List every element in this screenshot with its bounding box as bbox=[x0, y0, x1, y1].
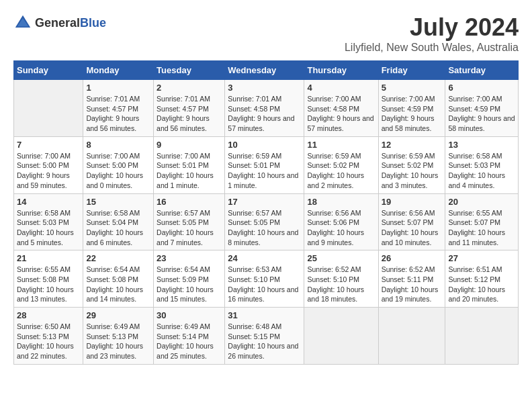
day-number: 29 bbox=[86, 310, 150, 320]
day-info: Sunrise: 6:52 AMSunset: 5:10 PMDaylight:… bbox=[307, 265, 375, 304]
calendar-cell: 6Sunrise: 7:00 AMSunset: 4:59 PMDaylight… bbox=[445, 80, 519, 137]
day-info: Sunrise: 6:56 AMSunset: 5:07 PMDaylight:… bbox=[382, 208, 443, 248]
calendar-cell: 31Sunrise: 6:48 AMSunset: 5:15 PMDayligh… bbox=[225, 308, 304, 365]
calendar-cell: 28Sunrise: 6:50 AMSunset: 5:13 PMDayligh… bbox=[14, 308, 83, 365]
day-info: Sunrise: 6:54 AMSunset: 5:08 PMDaylight:… bbox=[86, 265, 150, 304]
day-number: 31 bbox=[228, 310, 301, 320]
day-info: Sunrise: 6:52 AMSunset: 5:11 PMDaylight:… bbox=[382, 265, 443, 304]
calendar-cell: 5Sunrise: 7:00 AMSunset: 4:59 PMDaylight… bbox=[378, 80, 445, 137]
day-number: 12 bbox=[382, 140, 443, 150]
day-info: Sunrise: 7:00 AMSunset: 5:01 PMDaylight:… bbox=[157, 151, 222, 191]
day-info: Sunrise: 6:50 AMSunset: 5:13 PMDaylight:… bbox=[17, 322, 80, 361]
logo-text-general: General bbox=[35, 16, 80, 30]
calendar-cell: 8Sunrise: 7:00 AMSunset: 5:00 PMDaylight… bbox=[83, 136, 154, 193]
calendar-cell: 3Sunrise: 7:01 AMSunset: 4:58 PMDaylight… bbox=[225, 80, 304, 137]
calendar-cell: 30Sunrise: 6:49 AMSunset: 5:14 PMDayligh… bbox=[154, 308, 225, 365]
calendar-cell: 22Sunrise: 6:54 AMSunset: 5:08 PMDayligh… bbox=[83, 250, 154, 308]
day-info: Sunrise: 6:48 AMSunset: 5:15 PMDaylight:… bbox=[228, 322, 301, 361]
day-info: Sunrise: 6:57 AMSunset: 5:05 PMDaylight:… bbox=[228, 208, 301, 248]
calendar-cell: 2Sunrise: 7:01 AMSunset: 4:57 PMDaylight… bbox=[154, 80, 225, 137]
day-number: 27 bbox=[448, 253, 515, 263]
calendar-cell: 4Sunrise: 7:00 AMSunset: 4:58 PMDaylight… bbox=[304, 80, 378, 137]
calendar-cell: 15Sunrise: 6:58 AMSunset: 5:04 PMDayligh… bbox=[83, 193, 154, 250]
day-number: 7 bbox=[17, 140, 80, 150]
day-info: Sunrise: 6:51 AMSunset: 5:12 PMDaylight:… bbox=[448, 265, 515, 304]
day-number: 9 bbox=[157, 140, 222, 150]
day-number: 14 bbox=[17, 197, 80, 207]
calendar-cell: 7Sunrise: 7:00 AMSunset: 5:00 PMDaylight… bbox=[14, 136, 83, 193]
title-section: July 2024 Lilyfield, New South Wales, Au… bbox=[345, 13, 519, 54]
header-saturday: Saturday bbox=[445, 61, 519, 80]
logo-text-blue: Blue bbox=[80, 16, 106, 30]
calendar-cell bbox=[304, 308, 378, 365]
day-number: 11 bbox=[307, 140, 375, 150]
day-number: 23 bbox=[157, 253, 222, 263]
day-number: 21 bbox=[17, 253, 80, 263]
calendar-week-row: 21Sunrise: 6:55 AMSunset: 5:08 PMDayligh… bbox=[14, 250, 519, 308]
day-info: Sunrise: 6:55 AMSunset: 5:07 PMDaylight:… bbox=[448, 208, 515, 248]
calendar-cell: 14Sunrise: 6:58 AMSunset: 5:03 PMDayligh… bbox=[14, 193, 83, 250]
day-info: Sunrise: 6:56 AMSunset: 5:06 PMDaylight:… bbox=[307, 208, 375, 248]
logo: General Blue bbox=[13, 13, 106, 32]
day-number: 2 bbox=[157, 83, 222, 93]
day-info: Sunrise: 6:58 AMSunset: 5:03 PMDaylight:… bbox=[448, 151, 515, 191]
calendar-cell: 29Sunrise: 6:49 AMSunset: 5:13 PMDayligh… bbox=[83, 308, 154, 365]
day-info: Sunrise: 7:00 AMSunset: 4:59 PMDaylight:… bbox=[448, 94, 515, 134]
day-number: 13 bbox=[448, 140, 515, 150]
day-number: 8 bbox=[86, 140, 150, 150]
calendar-cell: 27Sunrise: 6:51 AMSunset: 5:12 PMDayligh… bbox=[445, 250, 519, 308]
calendar-table: SundayMondayTuesdayWednesdayThursdayFrid… bbox=[13, 60, 519, 365]
main-title: July 2024 bbox=[345, 13, 519, 42]
day-info: Sunrise: 7:01 AMSunset: 4:58 PMDaylight:… bbox=[228, 94, 301, 134]
day-info: Sunrise: 6:55 AMSunset: 5:08 PMDaylight:… bbox=[17, 265, 80, 304]
calendar-cell: 21Sunrise: 6:55 AMSunset: 5:08 PMDayligh… bbox=[14, 250, 83, 308]
day-number: 30 bbox=[157, 310, 222, 320]
day-info: Sunrise: 7:00 AMSunset: 4:59 PMDaylight:… bbox=[382, 94, 443, 134]
day-info: Sunrise: 6:58 AMSunset: 5:04 PMDaylight:… bbox=[86, 208, 150, 248]
header-friday: Friday bbox=[378, 61, 445, 80]
day-number: 3 bbox=[228, 83, 301, 93]
day-info: Sunrise: 6:58 AMSunset: 5:03 PMDaylight:… bbox=[17, 208, 80, 248]
calendar-cell: 11Sunrise: 6:59 AMSunset: 5:02 PMDayligh… bbox=[304, 136, 378, 193]
calendar-week-row: 1Sunrise: 7:01 AMSunset: 4:57 PMDaylight… bbox=[14, 80, 519, 137]
day-number: 26 bbox=[382, 253, 443, 263]
day-number: 20 bbox=[448, 197, 515, 207]
day-number: 4 bbox=[307, 83, 375, 93]
calendar-cell: 20Sunrise: 6:55 AMSunset: 5:07 PMDayligh… bbox=[445, 193, 519, 250]
day-number: 28 bbox=[17, 310, 80, 320]
day-info: Sunrise: 6:49 AMSunset: 5:13 PMDaylight:… bbox=[86, 322, 150, 361]
day-number: 10 bbox=[228, 140, 301, 150]
day-number: 17 bbox=[228, 197, 301, 207]
calendar-cell: 25Sunrise: 6:52 AMSunset: 5:10 PMDayligh… bbox=[304, 250, 378, 308]
day-number: 1 bbox=[86, 83, 150, 93]
day-number: 5 bbox=[382, 83, 443, 93]
day-number: 6 bbox=[448, 83, 515, 93]
day-info: Sunrise: 6:59 AMSunset: 5:02 PMDaylight:… bbox=[382, 151, 443, 191]
day-info: Sunrise: 6:59 AMSunset: 5:01 PMDaylight:… bbox=[228, 151, 301, 191]
day-info: Sunrise: 7:01 AMSunset: 4:57 PMDaylight:… bbox=[157, 94, 222, 134]
calendar-cell: 9Sunrise: 7:00 AMSunset: 5:01 PMDaylight… bbox=[154, 136, 225, 193]
day-info: Sunrise: 7:00 AMSunset: 4:58 PMDaylight:… bbox=[307, 94, 375, 134]
day-info: Sunrise: 6:54 AMSunset: 5:09 PMDaylight:… bbox=[157, 265, 222, 304]
calendar-cell bbox=[14, 80, 83, 137]
calendar-week-row: 28Sunrise: 6:50 AMSunset: 5:13 PMDayligh… bbox=[14, 308, 519, 365]
calendar-cell: 19Sunrise: 6:56 AMSunset: 5:07 PMDayligh… bbox=[378, 193, 445, 250]
subtitle: Lilyfield, New South Wales, Australia bbox=[345, 42, 519, 54]
calendar-cell bbox=[378, 308, 445, 365]
calendar-cell: 13Sunrise: 6:58 AMSunset: 5:03 PMDayligh… bbox=[445, 136, 519, 193]
calendar-cell: 23Sunrise: 6:54 AMSunset: 5:09 PMDayligh… bbox=[154, 250, 225, 308]
calendar-week-row: 7Sunrise: 7:00 AMSunset: 5:00 PMDaylight… bbox=[14, 136, 519, 193]
day-number: 24 bbox=[228, 253, 301, 263]
day-number: 25 bbox=[307, 253, 375, 263]
header-wednesday: Wednesday bbox=[225, 61, 304, 80]
day-number: 19 bbox=[382, 197, 443, 207]
header-thursday: Thursday bbox=[304, 61, 378, 80]
day-number: 18 bbox=[307, 197, 375, 207]
day-info: Sunrise: 7:00 AMSunset: 5:00 PMDaylight:… bbox=[86, 151, 150, 191]
header-sunday: Sunday bbox=[14, 61, 83, 80]
header-tuesday: Tuesday bbox=[154, 61, 225, 80]
day-info: Sunrise: 7:01 AMSunset: 4:57 PMDaylight:… bbox=[86, 94, 150, 134]
calendar-cell: 18Sunrise: 6:56 AMSunset: 5:06 PMDayligh… bbox=[304, 193, 378, 250]
calendar-cell: 1Sunrise: 7:01 AMSunset: 4:57 PMDaylight… bbox=[83, 80, 154, 137]
calendar-cell bbox=[445, 308, 519, 365]
